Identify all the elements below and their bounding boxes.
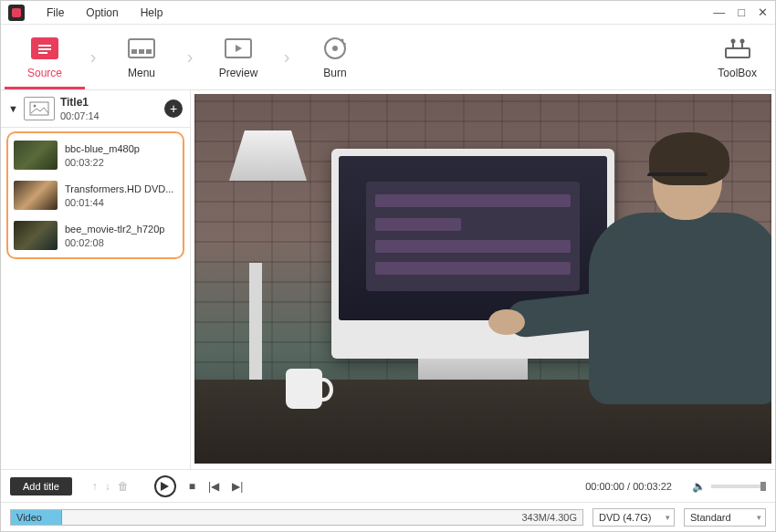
svg-marker-20	[161, 482, 169, 491]
playback-controls: ■ |◀ ▶|	[154, 475, 244, 497]
svg-point-17	[739, 38, 744, 43]
clip-list: bbc-blue_m480p 00:03:22 Transformers.HD …	[6, 131, 184, 259]
track-label: Video	[16, 512, 42, 523]
maximize-button[interactable]: □	[738, 5, 745, 19]
svg-marker-8	[236, 45, 242, 52]
svg-point-11	[341, 38, 344, 41]
svg-rect-1	[38, 48, 51, 50]
clip-thumbnail	[14, 181, 58, 210]
top-tabs: Source › Menu › Preview › Burn ToolBox	[1, 25, 775, 90]
tab-burn[interactable]: Burn	[295, 36, 375, 79]
close-button[interactable]: ✕	[758, 5, 768, 19]
controls-bar: Add title ↑ ↓ 🗑 ■ |◀ ▶| 00:00:00 / 00:03…	[1, 469, 775, 502]
clip-name: bee_movie-tlr2_h720p	[65, 224, 164, 235]
clip-thumbnail	[14, 221, 58, 250]
move-up-icon[interactable]: ↑	[92, 480, 98, 493]
sidebar: ▼ Title1 00:07:14 + bbc-blue_m480p 00:03…	[1, 90, 191, 469]
svg-rect-18	[30, 102, 48, 115]
svg-rect-6	[146, 49, 152, 54]
volume-control: 🔈	[692, 480, 766, 493]
delete-icon[interactable]: 🗑	[118, 480, 129, 493]
toolbox-icon	[723, 36, 752, 61]
minimize-button[interactable]: —	[713, 5, 725, 19]
prev-button[interactable]: |◀	[208, 480, 219, 493]
clip-item[interactable]: Transformers.HD DVD... 00:01:44	[8, 175, 183, 215]
title-group[interactable]: ▼ Title1 00:07:14 +	[1, 90, 190, 128]
tab-menu[interactable]: Menu	[101, 36, 182, 79]
tab-preview-label: Preview	[219, 67, 258, 79]
time-total: 00:03:22	[633, 481, 672, 492]
time-current: 00:00:00	[585, 481, 624, 492]
play-button[interactable]	[154, 475, 176, 497]
preview-area	[191, 90, 775, 469]
svg-point-19	[33, 105, 36, 108]
menu-option[interactable]: Option	[75, 6, 129, 19]
add-clip-button[interactable]: +	[164, 99, 183, 118]
clip-item[interactable]: bee_movie-tlr2_h720p 00:02:08	[8, 215, 183, 256]
title-thumbnail	[24, 97, 55, 120]
source-icon	[30, 36, 59, 61]
collapse-caret-icon[interactable]: ▼	[8, 103, 18, 114]
quality-select[interactable]: Standard	[684, 508, 766, 527]
video-canvas[interactable]	[194, 94, 771, 464]
disc-usage-fill: Video	[11, 510, 62, 525]
svg-rect-4	[131, 49, 137, 54]
menu-help[interactable]: Help	[130, 6, 174, 19]
title-name: Title1	[60, 96, 159, 109]
clip-thumbnail	[14, 141, 58, 170]
svg-rect-2	[38, 52, 47, 54]
clip-duration: 00:02:08	[65, 237, 164, 248]
burn-icon	[320, 36, 350, 61]
title-duration: 00:07:14	[60, 110, 159, 121]
move-down-icon[interactable]: ↓	[105, 480, 110, 493]
menu-file[interactable]: File	[36, 6, 75, 19]
status-bar: Video 343M/4.30G DVD (4.7G) Standard	[1, 502, 775, 531]
tab-toolbox[interactable]: ToolBox	[718, 36, 757, 79]
app-icon	[8, 5, 25, 21]
volume-slider[interactable]	[711, 485, 766, 488]
tab-burn-label: Burn	[323, 67, 346, 79]
tab-source[interactable]: Source	[5, 36, 85, 79]
menu-icon	[127, 36, 156, 61]
add-title-button[interactable]: Add title	[10, 477, 72, 495]
chevron-icon: ›	[85, 35, 101, 80]
main-area: ▼ Title1 00:07:14 + bbc-blue_m480p 00:03…	[1, 90, 775, 469]
svg-rect-3	[129, 39, 154, 57]
disc-usage-bar: Video 343M/4.30G	[10, 509, 583, 526]
titlebar: File Option Help — □ ✕	[1, 1, 775, 25]
disc-usage-label: 343M/4.30G	[521, 512, 577, 523]
chevron-icon: ›	[278, 35, 295, 80]
chevron-icon: ›	[182, 35, 198, 80]
time-display: 00:00:00 / 00:03:22	[585, 481, 672, 492]
tab-source-label: Source	[27, 67, 62, 79]
clip-duration: 00:03:22	[65, 157, 140, 168]
svg-point-16	[730, 38, 735, 43]
tab-toolbox-label: ToolBox	[718, 67, 757, 79]
stop-button[interactable]: ■	[189, 480, 195, 493]
clip-name: Transformers.HD DVD...	[65, 183, 173, 194]
play-icon	[161, 482, 169, 491]
title-info: Title1 00:07:14	[60, 96, 159, 121]
list-tools: ↑ ↓ 🗑	[92, 480, 129, 493]
svg-point-12	[344, 43, 346, 45]
svg-rect-0	[38, 45, 51, 47]
volume-icon[interactable]: 🔈	[692, 480, 706, 493]
tab-preview[interactable]: Preview	[198, 36, 278, 79]
disc-type-select[interactable]: DVD (4.7G)	[592, 508, 675, 527]
clip-name: bbc-blue_m480p	[65, 143, 140, 154]
clip-duration: 00:01:44	[65, 197, 173, 208]
svg-rect-5	[139, 49, 144, 54]
svg-rect-13	[726, 48, 750, 57]
next-button[interactable]: ▶|	[232, 480, 243, 493]
preview-icon	[224, 36, 253, 61]
window-controls: — □ ✕	[713, 5, 768, 19]
svg-point-10	[332, 46, 338, 51]
clip-item[interactable]: bbc-blue_m480p 00:03:22	[8, 135, 183, 175]
tab-menu-label: Menu	[128, 67, 155, 79]
